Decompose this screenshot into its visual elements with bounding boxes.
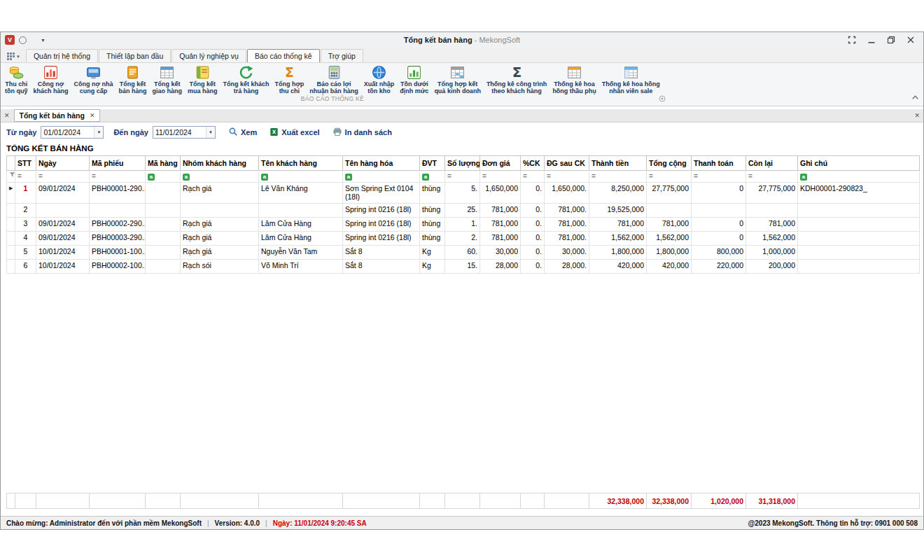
cell[interactable]: 781,000 bbox=[480, 231, 521, 245]
ribbon-button[interactable]: Thống kê hoahồng thầu phụ bbox=[550, 64, 598, 95]
column-header[interactable]: Mã hàng bbox=[146, 156, 181, 171]
close-tab-icon[interactable]: ✕ bbox=[90, 113, 95, 119]
cell[interactable]: Sắt 8 bbox=[343, 259, 420, 273]
cell[interactable]: 1,800,000 bbox=[647, 245, 692, 259]
column-header[interactable]: Đơn giá bbox=[480, 156, 521, 171]
cell[interactable]: PBH00001-290... bbox=[90, 182, 146, 203]
cell[interactable]: 800,000 bbox=[692, 245, 746, 259]
cell[interactable] bbox=[36, 203, 90, 217]
cell[interactable]: 0 bbox=[692, 217, 746, 231]
ribbon-button[interactable]: Công nợkhách hàng bbox=[31, 64, 71, 95]
cell[interactable]: 0. bbox=[521, 217, 545, 231]
filter-cell[interactable]: = bbox=[445, 171, 480, 183]
cell[interactable]: 0. bbox=[521, 203, 545, 217]
ribbon-button[interactable]: Thu chitồn quỹ bbox=[2, 64, 31, 95]
filter-cell[interactable]: = bbox=[36, 171, 90, 183]
cell[interactable]: 1,562,000 bbox=[589, 231, 647, 245]
cell[interactable]: PBH00002-100... bbox=[90, 259, 146, 273]
cell[interactable] bbox=[146, 182, 181, 203]
app-logo-icon[interactable]: V bbox=[5, 35, 15, 45]
cell[interactable]: 09/01/2024 bbox=[36, 217, 90, 231]
tab-tong-ket-ban-hang[interactable]: Tổng kết bán hàng ✕ bbox=[14, 109, 101, 122]
cell[interactable]: Spring int 0216 (18l) bbox=[343, 203, 420, 217]
cell[interactable]: 27,775,000 bbox=[647, 182, 692, 203]
cell[interactable]: 19,525,000 bbox=[589, 203, 647, 217]
fullscreen-icon[interactable] bbox=[844, 34, 860, 46]
cell[interactable]: 2 bbox=[15, 203, 36, 217]
cell[interactable]: 30,000. bbox=[545, 245, 589, 259]
restore-icon[interactable] bbox=[883, 34, 899, 46]
quick-access-circle-icon[interactable] bbox=[19, 36, 27, 44]
ribbon-button[interactable]: ΣThống kê công trìnhtheo khách hàng bbox=[484, 64, 550, 95]
cell[interactable]: 28,000. bbox=[545, 259, 589, 273]
cell[interactable]: Rạch giá bbox=[181, 182, 259, 203]
cell[interactable] bbox=[259, 203, 343, 217]
cell[interactable] bbox=[798, 245, 920, 259]
column-header[interactable]: Số lượng bbox=[445, 156, 480, 171]
column-header[interactable]: Tổng cộng bbox=[647, 156, 692, 171]
cell[interactable]: PBH00001-100... bbox=[90, 245, 146, 259]
cell[interactable]: PBH00003-290... bbox=[90, 231, 146, 245]
column-header[interactable]: %CK bbox=[521, 156, 545, 171]
cell[interactable]: Sơn Spring Ext 0104 (18l) bbox=[343, 182, 420, 203]
cell[interactable]: 220,000 bbox=[692, 259, 746, 273]
filter-cell[interactable]: a bbox=[343, 171, 420, 183]
cell[interactable]: 1 bbox=[15, 182, 36, 203]
filter-cell[interactable]: a bbox=[259, 171, 343, 183]
ribbon-button[interactable]: Thống kê hoa hồngnhân viên sale bbox=[599, 64, 663, 95]
cell[interactable] bbox=[692, 203, 746, 217]
cell[interactable]: 1,000,000 bbox=[746, 245, 798, 259]
cell[interactable]: PBH00002-290... bbox=[90, 217, 146, 231]
cell[interactable] bbox=[798, 203, 920, 217]
cell[interactable]: 09/01/2024 bbox=[36, 182, 90, 203]
cell[interactable]: 0. bbox=[521, 245, 545, 259]
filter-cell[interactable]: = bbox=[15, 171, 36, 183]
menu-tab[interactable]: Thiết lập ban đầu bbox=[99, 49, 171, 62]
cell[interactable]: Kg bbox=[420, 259, 445, 273]
column-header[interactable]: Tên hàng hóa bbox=[343, 156, 420, 171]
cell[interactable]: thùng bbox=[420, 231, 445, 245]
quick-access-dropdown-icon[interactable]: ▼ bbox=[41, 38, 46, 43]
ribbon-button[interactable]: Tổng hợp kếtquả kinh doanh bbox=[431, 64, 484, 95]
cell[interactable]: Võ Minh Trí bbox=[259, 259, 343, 273]
cell[interactable]: Rạch giá bbox=[181, 217, 259, 231]
cell[interactable]: Spring int 0216 (18l) bbox=[343, 231, 420, 245]
cell[interactable] bbox=[146, 231, 181, 245]
cell[interactable]: Rạch giá bbox=[181, 231, 259, 245]
cell[interactable]: thùng bbox=[420, 217, 445, 231]
filter-cell[interactable]: = bbox=[589, 171, 647, 183]
cell[interactable]: Spring int 0216 (18l) bbox=[343, 217, 420, 231]
cell[interactable]: 0. bbox=[521, 259, 545, 273]
cell[interactable]: 781,000. bbox=[545, 231, 589, 245]
filter-cell[interactable]: = bbox=[692, 171, 746, 183]
cell[interactable]: Lâm Cửa Hàng bbox=[259, 231, 343, 245]
column-header[interactable]: Ghi chú bbox=[798, 156, 920, 171]
cell[interactable]: KDH00001-290823_ bbox=[798, 182, 920, 203]
cell[interactable]: 781,000 bbox=[480, 203, 521, 217]
cell[interactable]: Lâm Cửa Hàng bbox=[259, 217, 343, 231]
column-header[interactable]: Còn lại bbox=[746, 156, 798, 171]
filter-cell[interactable]: a bbox=[420, 171, 445, 183]
cell[interactable]: 1,650,000 bbox=[480, 182, 521, 203]
cell[interactable]: 1,562,000 bbox=[746, 231, 798, 245]
cell[interactable]: 781,000 bbox=[647, 217, 692, 231]
cell[interactable]: 60. bbox=[445, 245, 480, 259]
filter-cell[interactable]: a bbox=[798, 171, 920, 183]
filter-cell[interactable]: = bbox=[90, 171, 146, 183]
column-header[interactable]: Thanh toán bbox=[692, 156, 746, 171]
cell[interactable]: Nguyễn Văn Tam bbox=[259, 245, 343, 259]
from-date-dropdown-icon[interactable]: ▼ bbox=[94, 127, 103, 138]
cell[interactable]: 10/01/2024 bbox=[36, 259, 90, 273]
column-header[interactable]: Mã phiếu bbox=[90, 156, 146, 171]
group-dialog-launcher-icon[interactable] bbox=[659, 95, 666, 104]
cell[interactable] bbox=[181, 203, 259, 217]
menu-grid-icon[interactable]: ▼ bbox=[4, 50, 24, 62]
to-date-dropdown-icon[interactable]: ▼ bbox=[206, 127, 215, 138]
print-list-button[interactable]: In danh sách bbox=[332, 127, 392, 138]
view-button[interactable]: Xem bbox=[228, 127, 257, 138]
cell[interactable]: 4 bbox=[15, 231, 36, 245]
from-date-input[interactable] bbox=[41, 127, 94, 137]
filter-cell[interactable]: = bbox=[480, 171, 521, 183]
cell[interactable]: 30,000 bbox=[480, 245, 521, 259]
to-date-input[interactable] bbox=[153, 127, 206, 137]
